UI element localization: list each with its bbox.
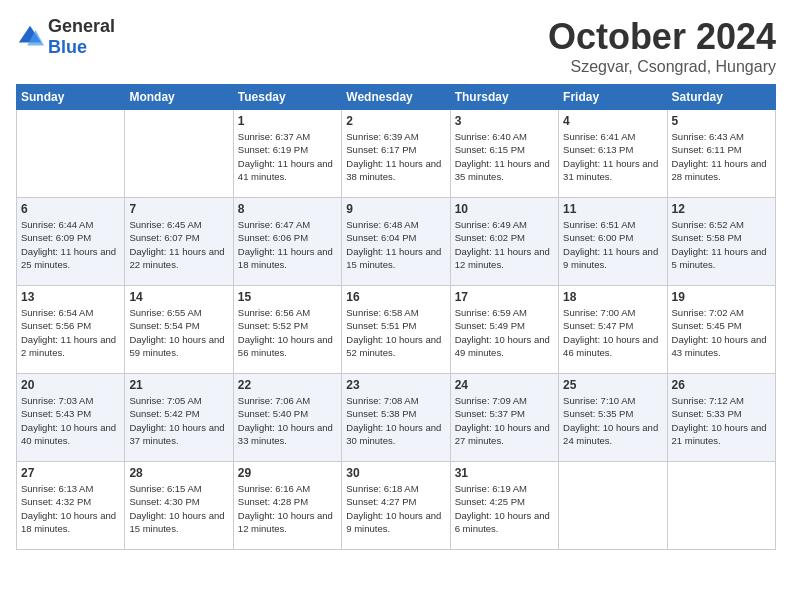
calendar-cell: 11Sunrise: 6:51 AM Sunset: 6:00 PM Dayli… — [559, 198, 667, 286]
logo-general: General — [48, 16, 115, 36]
day-number: 24 — [455, 378, 554, 392]
day-number: 28 — [129, 466, 228, 480]
day-info: Sunrise: 6:59 AM Sunset: 5:49 PM Dayligh… — [455, 306, 554, 359]
day-number: 19 — [672, 290, 771, 304]
day-number: 22 — [238, 378, 337, 392]
calendar-header-cell: Friday — [559, 85, 667, 110]
calendar-cell: 12Sunrise: 6:52 AM Sunset: 5:58 PM Dayli… — [667, 198, 775, 286]
calendar-header-cell: Thursday — [450, 85, 558, 110]
calendar-cell — [559, 462, 667, 550]
calendar-cell: 4Sunrise: 6:41 AM Sunset: 6:13 PM Daylig… — [559, 110, 667, 198]
day-info: Sunrise: 7:08 AM Sunset: 5:38 PM Dayligh… — [346, 394, 445, 447]
day-info: Sunrise: 6:47 AM Sunset: 6:06 PM Dayligh… — [238, 218, 337, 271]
day-info: Sunrise: 6:41 AM Sunset: 6:13 PM Dayligh… — [563, 130, 662, 183]
day-number: 27 — [21, 466, 120, 480]
day-info: Sunrise: 7:10 AM Sunset: 5:35 PM Dayligh… — [563, 394, 662, 447]
day-info: Sunrise: 6:54 AM Sunset: 5:56 PM Dayligh… — [21, 306, 120, 359]
day-number: 6 — [21, 202, 120, 216]
day-info: Sunrise: 6:44 AM Sunset: 6:09 PM Dayligh… — [21, 218, 120, 271]
day-info: Sunrise: 7:09 AM Sunset: 5:37 PM Dayligh… — [455, 394, 554, 447]
calendar-cell: 19Sunrise: 7:02 AM Sunset: 5:45 PM Dayli… — [667, 286, 775, 374]
calendar-cell: 29Sunrise: 6:16 AM Sunset: 4:28 PM Dayli… — [233, 462, 341, 550]
calendar-cell: 5Sunrise: 6:43 AM Sunset: 6:11 PM Daylig… — [667, 110, 775, 198]
day-number: 5 — [672, 114, 771, 128]
calendar-cell: 15Sunrise: 6:56 AM Sunset: 5:52 PM Dayli… — [233, 286, 341, 374]
day-info: Sunrise: 6:13 AM Sunset: 4:32 PM Dayligh… — [21, 482, 120, 535]
day-number: 13 — [21, 290, 120, 304]
calendar-cell: 9Sunrise: 6:48 AM Sunset: 6:04 PM Daylig… — [342, 198, 450, 286]
location-title: Szegvar, Csongrad, Hungary — [548, 58, 776, 76]
day-info: Sunrise: 6:56 AM Sunset: 5:52 PM Dayligh… — [238, 306, 337, 359]
calendar-header-cell: Wednesday — [342, 85, 450, 110]
calendar-week-row: 20Sunrise: 7:03 AM Sunset: 5:43 PM Dayli… — [17, 374, 776, 462]
calendar-cell: 14Sunrise: 6:55 AM Sunset: 5:54 PM Dayli… — [125, 286, 233, 374]
calendar-cell: 28Sunrise: 6:15 AM Sunset: 4:30 PM Dayli… — [125, 462, 233, 550]
calendar-cell — [667, 462, 775, 550]
day-number: 12 — [672, 202, 771, 216]
calendar-cell: 13Sunrise: 6:54 AM Sunset: 5:56 PM Dayli… — [17, 286, 125, 374]
day-number: 10 — [455, 202, 554, 216]
day-number: 17 — [455, 290, 554, 304]
calendar-cell: 2Sunrise: 6:39 AM Sunset: 6:17 PM Daylig… — [342, 110, 450, 198]
calendar-week-row: 1Sunrise: 6:37 AM Sunset: 6:19 PM Daylig… — [17, 110, 776, 198]
calendar-cell: 3Sunrise: 6:40 AM Sunset: 6:15 PM Daylig… — [450, 110, 558, 198]
day-number: 1 — [238, 114, 337, 128]
calendar-table: SundayMondayTuesdayWednesdayThursdayFrid… — [16, 84, 776, 550]
day-info: Sunrise: 6:16 AM Sunset: 4:28 PM Dayligh… — [238, 482, 337, 535]
day-info: Sunrise: 7:02 AM Sunset: 5:45 PM Dayligh… — [672, 306, 771, 359]
day-info: Sunrise: 6:48 AM Sunset: 6:04 PM Dayligh… — [346, 218, 445, 271]
day-number: 21 — [129, 378, 228, 392]
day-number: 15 — [238, 290, 337, 304]
day-number: 16 — [346, 290, 445, 304]
calendar-cell: 22Sunrise: 7:06 AM Sunset: 5:40 PM Dayli… — [233, 374, 341, 462]
calendar-cell: 18Sunrise: 7:00 AM Sunset: 5:47 PM Dayli… — [559, 286, 667, 374]
day-info: Sunrise: 6:43 AM Sunset: 6:11 PM Dayligh… — [672, 130, 771, 183]
logo: General Blue — [16, 16, 115, 58]
month-title: October 2024 — [548, 16, 776, 58]
day-info: Sunrise: 7:12 AM Sunset: 5:33 PM Dayligh… — [672, 394, 771, 447]
calendar-cell: 6Sunrise: 6:44 AM Sunset: 6:09 PM Daylig… — [17, 198, 125, 286]
calendar-cell: 10Sunrise: 6:49 AM Sunset: 6:02 PM Dayli… — [450, 198, 558, 286]
title-area: October 2024 Szegvar, Csongrad, Hungary — [548, 16, 776, 76]
header: General Blue October 2024 Szegvar, Csong… — [16, 16, 776, 76]
day-info: Sunrise: 6:15 AM Sunset: 4:30 PM Dayligh… — [129, 482, 228, 535]
calendar-cell: 26Sunrise: 7:12 AM Sunset: 5:33 PM Dayli… — [667, 374, 775, 462]
day-info: Sunrise: 6:18 AM Sunset: 4:27 PM Dayligh… — [346, 482, 445, 535]
calendar-cell: 17Sunrise: 6:59 AM Sunset: 5:49 PM Dayli… — [450, 286, 558, 374]
calendar-cell: 21Sunrise: 7:05 AM Sunset: 5:42 PM Dayli… — [125, 374, 233, 462]
calendar-cell: 1Sunrise: 6:37 AM Sunset: 6:19 PM Daylig… — [233, 110, 341, 198]
day-number: 30 — [346, 466, 445, 480]
calendar-cell: 31Sunrise: 6:19 AM Sunset: 4:25 PM Dayli… — [450, 462, 558, 550]
calendar-header-cell: Saturday — [667, 85, 775, 110]
calendar-cell — [125, 110, 233, 198]
calendar-header-row: SundayMondayTuesdayWednesdayThursdayFrid… — [17, 85, 776, 110]
day-number: 9 — [346, 202, 445, 216]
day-info: Sunrise: 6:58 AM Sunset: 5:51 PM Dayligh… — [346, 306, 445, 359]
day-number: 25 — [563, 378, 662, 392]
day-info: Sunrise: 7:05 AM Sunset: 5:42 PM Dayligh… — [129, 394, 228, 447]
day-number: 23 — [346, 378, 445, 392]
day-info: Sunrise: 6:52 AM Sunset: 5:58 PM Dayligh… — [672, 218, 771, 271]
day-number: 3 — [455, 114, 554, 128]
calendar-header-cell: Sunday — [17, 85, 125, 110]
calendar-week-row: 27Sunrise: 6:13 AM Sunset: 4:32 PM Dayli… — [17, 462, 776, 550]
day-number: 31 — [455, 466, 554, 480]
calendar-cell: 25Sunrise: 7:10 AM Sunset: 5:35 PM Dayli… — [559, 374, 667, 462]
day-info: Sunrise: 6:19 AM Sunset: 4:25 PM Dayligh… — [455, 482, 554, 535]
day-number: 18 — [563, 290, 662, 304]
calendar-cell: 8Sunrise: 6:47 AM Sunset: 6:06 PM Daylig… — [233, 198, 341, 286]
day-number: 8 — [238, 202, 337, 216]
day-number: 26 — [672, 378, 771, 392]
day-info: Sunrise: 6:45 AM Sunset: 6:07 PM Dayligh… — [129, 218, 228, 271]
day-info: Sunrise: 7:06 AM Sunset: 5:40 PM Dayligh… — [238, 394, 337, 447]
day-number: 14 — [129, 290, 228, 304]
day-info: Sunrise: 6:37 AM Sunset: 6:19 PM Dayligh… — [238, 130, 337, 183]
calendar-header-cell: Tuesday — [233, 85, 341, 110]
logo-blue: Blue — [48, 37, 87, 57]
logo-icon — [16, 23, 44, 51]
day-number: 11 — [563, 202, 662, 216]
calendar-week-row: 6Sunrise: 6:44 AM Sunset: 6:09 PM Daylig… — [17, 198, 776, 286]
calendar-body: 1Sunrise: 6:37 AM Sunset: 6:19 PM Daylig… — [17, 110, 776, 550]
day-info: Sunrise: 6:51 AM Sunset: 6:00 PM Dayligh… — [563, 218, 662, 271]
calendar-cell: 30Sunrise: 6:18 AM Sunset: 4:27 PM Dayli… — [342, 462, 450, 550]
